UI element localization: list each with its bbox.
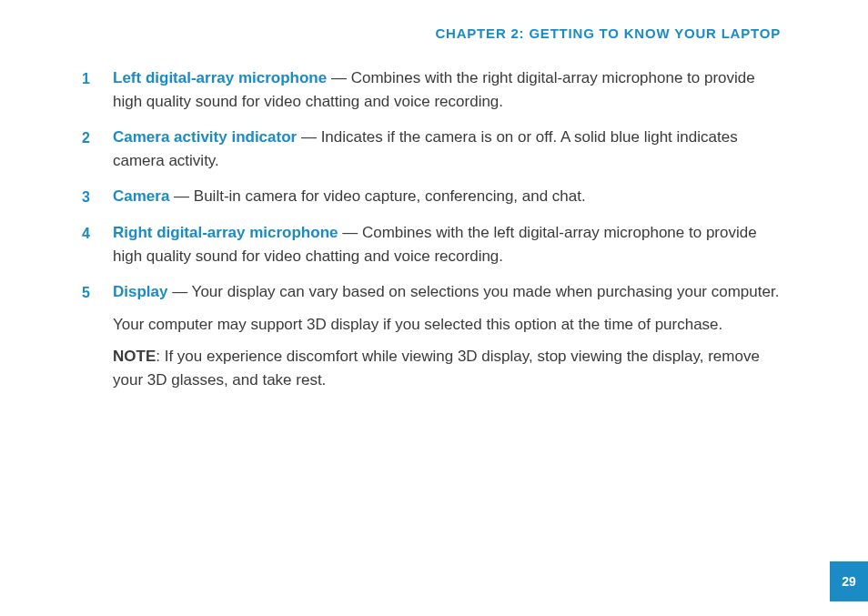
item-body: Right digital-array microphone — Combine… [113,221,786,268]
item-number: 5 [82,280,113,304]
item-note: NOTE: If you experience discomfort while… [113,345,786,391]
document-page: CHAPTER 2: GETTING TO KNOW YOUR LAPTOP 1… [0,0,868,391]
note-body: : If you experience discomfort while vie… [113,348,760,389]
list-item: 4 Right digital-array microphone — Combi… [82,221,786,268]
list-item: 5 Display — Your display can vary based … [82,280,786,391]
item-desc: — Your display can vary based on selecti… [167,283,779,300]
chapter-header: CHAPTER 2: GETTING TO KNOW YOUR LAPTOP [82,25,786,41]
item-desc: — Built-in camera for video capture, con… [169,187,585,205]
page-number-tab: 29 [830,561,868,601]
note-label: NOTE [113,348,156,365]
item-body: Camera activity indicator — Indicates if… [113,126,786,172]
list-item: 2 Camera activity indicator — Indicates … [82,126,786,172]
page-number: 29 [842,574,856,589]
item-number: 3 [82,185,113,208]
item-number: 1 [82,66,113,90]
item-term: Camera activity indicator [113,128,297,146]
item-subtext: Your computer may support 3D display if … [113,313,786,337]
item-body: Display — Your display can vary based on… [113,280,786,391]
item-number: 2 [82,126,113,149]
list-item: 1 Left digital-array microphone — Combin… [82,66,786,113]
list-item: 3 Camera — Built-in camera for video cap… [82,185,786,208]
item-term: Camera [113,187,169,205]
item-term: Right digital-array microphone [113,224,338,241]
item-body: Left digital-array microphone — Combines… [113,66,786,113]
item-number: 4 [82,221,113,245]
item-body: Camera — Built-in camera for video captu… [113,185,786,208]
item-term: Left digital-array microphone [113,69,327,86]
item-term: Display [113,283,167,300]
